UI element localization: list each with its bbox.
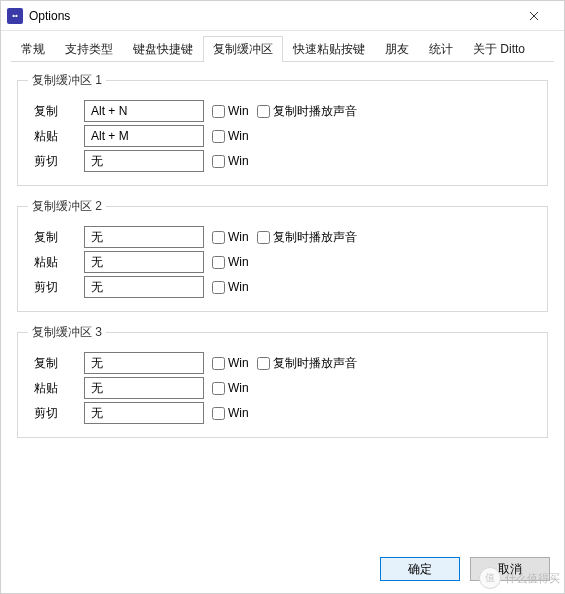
close-button[interactable] (512, 2, 556, 30)
titlebar: •• Options (1, 1, 564, 31)
buffer-3-legend: 复制缓冲区 3 (28, 324, 106, 341)
buffer-2-paste-win[interactable]: Win (212, 255, 249, 269)
tab-supported-types[interactable]: 支持类型 (55, 36, 123, 62)
tab-friends[interactable]: 朋友 (375, 36, 419, 62)
buffer-1-copy-win[interactable]: Win (212, 104, 249, 118)
app-icon: •• (7, 8, 23, 24)
buffer-3-cut-label: 剪切 (28, 405, 76, 422)
buffer-1-copy-label: 复制 (28, 103, 76, 120)
buffer-1-cut-win[interactable]: Win (212, 154, 249, 168)
buffer-3-play-sound[interactable]: 复制时播放声音 (257, 355, 357, 372)
buffer-2-copy-win[interactable]: Win (212, 230, 249, 244)
buffer-1-paste-win[interactable]: Win (212, 129, 249, 143)
buffer-3-copy-input[interactable] (84, 352, 204, 374)
buffer-2-copy-label: 复制 (28, 229, 76, 246)
buffer-3-cut-input[interactable] (84, 402, 204, 424)
buffer-2-play-sound[interactable]: 复制时播放声音 (257, 229, 357, 246)
buffer-3-group: 复制缓冲区 3 复制 Win 复制时播放声音 粘贴 Win 剪切 Win (17, 324, 548, 438)
tab-about-ditto[interactable]: 关于 Ditto (463, 36, 535, 62)
tab-general[interactable]: 常规 (11, 36, 55, 62)
buffer-1-paste-label: 粘贴 (28, 128, 76, 145)
buffer-1-legend: 复制缓冲区 1 (28, 72, 106, 89)
buffer-1-cut-input[interactable] (84, 150, 204, 172)
buffer-2-cut-label: 剪切 (28, 279, 76, 296)
buffer-1-play-sound[interactable]: 复制时播放声音 (257, 103, 357, 120)
footer-buttons: 确定 取消 (380, 557, 550, 581)
buffer-2-paste-input[interactable] (84, 251, 204, 273)
tabstrip: 常规 支持类型 键盘快捷键 复制缓冲区 快速粘贴按键 朋友 统计 关于 Ditt… (1, 31, 564, 61)
buffer-3-copy-label: 复制 (28, 355, 76, 372)
tab-quick-paste-keys[interactable]: 快速粘贴按键 (283, 36, 375, 62)
buffer-1-paste-input[interactable] (84, 125, 204, 147)
tab-content: 复制缓冲区 1 复制 Win 复制时播放声音 粘贴 Win 剪切 Win 复制缓… (1, 62, 564, 438)
close-icon (529, 11, 539, 21)
buffer-3-paste-input[interactable] (84, 377, 204, 399)
buffer-2-paste-label: 粘贴 (28, 254, 76, 271)
buffer-3-cut-win[interactable]: Win (212, 406, 249, 420)
tab-copy-buffers[interactable]: 复制缓冲区 (203, 36, 283, 62)
buffer-3-paste-label: 粘贴 (28, 380, 76, 397)
tab-keyboard-shortcuts[interactable]: 键盘快捷键 (123, 36, 203, 62)
buffer-2-cut-input[interactable] (84, 276, 204, 298)
cancel-button[interactable]: 取消 (470, 557, 550, 581)
buffer-2-group: 复制缓冲区 2 复制 Win 复制时播放声音 粘贴 Win 剪切 Win (17, 198, 548, 312)
buffer-3-paste-win[interactable]: Win (212, 381, 249, 395)
buffer-1-cut-label: 剪切 (28, 153, 76, 170)
tab-stats[interactable]: 统计 (419, 36, 463, 62)
window-title: Options (29, 9, 70, 23)
ok-button[interactable]: 确定 (380, 557, 460, 581)
buffer-1-copy-input[interactable] (84, 100, 204, 122)
buffer-2-copy-input[interactable] (84, 226, 204, 248)
buffer-1-group: 复制缓冲区 1 复制 Win 复制时播放声音 粘贴 Win 剪切 Win (17, 72, 548, 186)
buffer-3-copy-win[interactable]: Win (212, 356, 249, 370)
buffer-2-cut-win[interactable]: Win (212, 280, 249, 294)
buffer-2-legend: 复制缓冲区 2 (28, 198, 106, 215)
